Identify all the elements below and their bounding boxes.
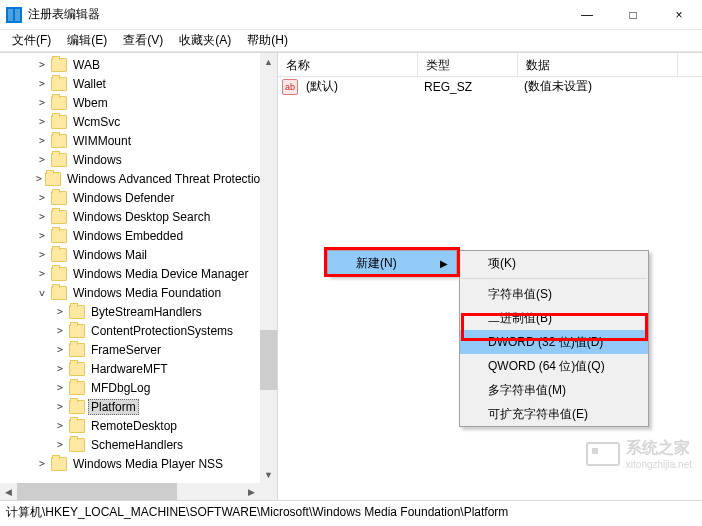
expand-icon[interactable]: > <box>54 363 66 374</box>
list-row[interactable]: ab (默认) REG_SZ (数值未设置) <box>278 77 702 96</box>
tree-item[interactable]: >Windows Desktop Search <box>0 207 260 226</box>
menu-help[interactable]: 帮助(H) <box>239 30 296 51</box>
list-pane: 名称 类型 数据 ab (默认) REG_SZ (数值未设置) 新建(N) ▶ … <box>278 53 702 500</box>
menu-item-label: 可扩充字符串值(E) <box>488 406 588 423</box>
tree-item[interactable]: >Wbem <box>0 93 260 112</box>
tree-item[interactable]: >Windows Mail <box>0 245 260 264</box>
minimize-button[interactable]: — <box>564 0 610 30</box>
tree-item-label: Windows Mail <box>70 247 150 263</box>
expand-icon[interactable]: > <box>54 325 66 336</box>
context-menu-new[interactable]: 新建(N) ▶ <box>328 251 456 275</box>
tree-item[interactable]: >Windows Media Player NSS <box>0 454 260 473</box>
tree-item[interactable]: >Windows Defender <box>0 188 260 207</box>
expand-icon[interactable]: > <box>36 192 48 203</box>
expand-icon[interactable]: > <box>36 154 48 165</box>
folder-icon <box>51 134 67 148</box>
cell-name: (默认) <box>298 78 416 95</box>
context-menu-item[interactable]: 二进制值(B) <box>460 306 648 330</box>
tree-item[interactable]: >WcmSvc <box>0 112 260 131</box>
tree-item[interactable]: >HardwareMFT <box>0 359 260 378</box>
menu-separator <box>461 278 647 279</box>
column-name[interactable]: 名称 <box>278 53 418 76</box>
expand-icon[interactable]: > <box>36 59 48 70</box>
collapse-icon[interactable]: ⅴ <box>36 287 48 298</box>
expand-icon[interactable]: > <box>36 230 48 241</box>
tree-item[interactable]: >Windows <box>0 150 260 169</box>
folder-icon <box>51 267 67 281</box>
menu-view[interactable]: 查看(V) <box>115 30 171 51</box>
expand-icon[interactable]: > <box>36 268 48 279</box>
tree-item-label: Windows Media Device Manager <box>70 266 251 282</box>
tree-item[interactable]: >RemoteDesktop <box>0 416 260 435</box>
expand-icon[interactable]: > <box>54 344 66 355</box>
tree-item-label: MFDbgLog <box>88 380 153 396</box>
expand-icon[interactable]: > <box>54 382 66 393</box>
tree-item[interactable]: >Windows Media Device Manager <box>0 264 260 283</box>
maximize-button[interactable]: □ <box>610 0 656 30</box>
scrollbar-thumb[interactable] <box>260 330 277 390</box>
tree-horizontal-scrollbar[interactable]: ◀ ▶ <box>0 483 260 500</box>
expand-icon[interactable]: > <box>36 249 48 260</box>
folder-icon <box>69 381 85 395</box>
menu-item-label: 二进制值(B) <box>488 310 552 327</box>
scroll-right-icon[interactable]: ▶ <box>243 483 260 500</box>
context-menu-item[interactable]: DWORD (32 位)值(D) <box>460 330 648 354</box>
tree-item[interactable]: >MFDbgLog <box>0 378 260 397</box>
folder-icon <box>69 438 85 452</box>
expand-icon[interactable]: > <box>36 78 48 89</box>
tree-item[interactable]: >ByteStreamHandlers <box>0 302 260 321</box>
expand-icon[interactable]: > <box>36 135 48 146</box>
menu-item-label: 项(K) <box>488 255 516 272</box>
list-body[interactable]: ab (默认) REG_SZ (数值未设置) <box>278 77 702 96</box>
context-menu-item[interactable]: QWORD (64 位)值(Q) <box>460 354 648 378</box>
context-menu-item[interactable]: 多字符串值(M) <box>460 378 648 402</box>
window-controls: — □ × <box>564 0 702 29</box>
tree-item[interactable]: >Windows Advanced Threat Protection <box>0 169 260 188</box>
close-button[interactable]: × <box>656 0 702 30</box>
registry-tree[interactable]: >WAB>Wallet>Wbem>WcmSvc>WIMMount>Windows… <box>0 55 260 483</box>
context-menu-item[interactable]: 字符串值(S) <box>460 282 648 306</box>
menu-item-label: QWORD (64 位)值(Q) <box>488 358 605 375</box>
scroll-up-icon[interactable]: ▲ <box>260 53 277 70</box>
tree-item[interactable]: ⅴWindows Media Foundation <box>0 283 260 302</box>
tree-item[interactable]: >SchemeHandlers <box>0 435 260 454</box>
tree-item[interactable]: >Windows Embedded <box>0 226 260 245</box>
column-type[interactable]: 类型 <box>418 53 518 76</box>
expand-icon[interactable]: > <box>54 420 66 431</box>
expand-icon[interactable]: > <box>54 306 66 317</box>
menu-favorites[interactable]: 收藏夹(A) <box>171 30 239 51</box>
cell-data: (数值未设置) <box>516 78 676 95</box>
tree-item[interactable]: >WIMMount <box>0 131 260 150</box>
context-menu-item[interactable]: 项(K) <box>460 251 648 275</box>
expand-icon[interactable]: > <box>36 97 48 108</box>
context-menu-item[interactable]: 可扩充字符串值(E) <box>460 402 648 426</box>
scroll-left-icon[interactable]: ◀ <box>0 483 17 500</box>
folder-icon <box>51 77 67 91</box>
folder-icon <box>51 286 67 300</box>
tree-item[interactable]: >ContentProtectionSystems <box>0 321 260 340</box>
menu-file[interactable]: 文件(F) <box>4 30 59 51</box>
tree-vertical-scrollbar[interactable]: ▲ ▼ <box>260 53 277 483</box>
folder-icon <box>51 457 67 471</box>
tree-item[interactable]: >FrameServer <box>0 340 260 359</box>
tree-item-label: Platform <box>88 399 139 415</box>
scrollbar-thumb[interactable] <box>17 483 177 500</box>
window-title: 注册表编辑器 <box>28 6 564 23</box>
expand-icon[interactable]: > <box>54 439 66 450</box>
expand-icon[interactable]: > <box>36 116 48 127</box>
expand-icon[interactable]: > <box>36 173 42 184</box>
column-data[interactable]: 数据 <box>518 53 678 76</box>
menu-edit[interactable]: 编辑(E) <box>59 30 115 51</box>
context-submenu: 项(K)字符串值(S)二进制值(B)DWORD (32 位)值(D)QWORD … <box>459 250 649 427</box>
title-bar: 注册表编辑器 — □ × <box>0 0 702 30</box>
tree-item[interactable]: >WAB <box>0 55 260 74</box>
tree-item[interactable]: >Wallet <box>0 74 260 93</box>
scroll-down-icon[interactable]: ▼ <box>260 466 277 483</box>
tree-item[interactable]: >Platform <box>0 397 260 416</box>
expand-icon[interactable]: > <box>54 401 66 412</box>
tree-item-label: WIMMount <box>70 133 134 149</box>
expand-icon[interactable]: > <box>36 458 48 469</box>
expand-icon[interactable]: > <box>36 211 48 222</box>
tree-item-label: Windows <box>70 152 125 168</box>
tree-item-label: Windows Defender <box>70 190 177 206</box>
